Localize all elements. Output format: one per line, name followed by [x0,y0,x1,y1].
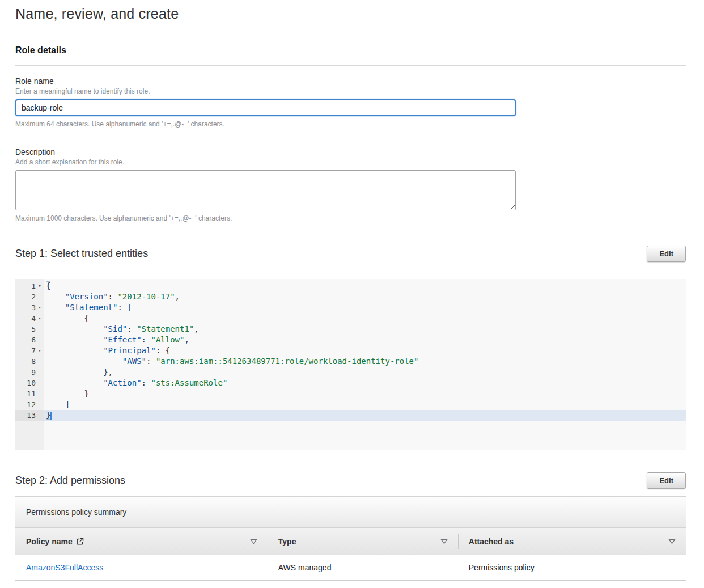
code-line[interactable]: { [44,313,686,324]
json-punctuation: } [46,389,89,398]
line-number: 2 [31,291,36,302]
fold-caret-icon[interactable]: ▾ [36,302,44,313]
gutter-line: 7▾ [15,345,44,356]
section-divider [15,65,686,66]
line-number: 4 [31,313,36,324]
fold-spacer [36,367,44,378]
permissions-panel-header: Permissions policy summary [15,497,686,528]
gutter-line: 6 [15,335,44,345]
gutter-line: 2 [15,291,44,302]
json-key: "Version" [65,292,108,301]
role-name-label: Role name [15,77,686,86]
json-string: "sts:AssumeRole" [151,378,227,387]
step2-heading: Step 2: Add permissions [15,475,125,487]
permissions-panel: Permissions policy summary Policy name [15,496,686,581]
fold-caret-icon[interactable]: ▾ [36,313,44,324]
json-string: "Statement1" [137,324,194,333]
fold-spacer [36,378,44,388]
step1-heading: Step 1: Select trusted entities [15,248,148,260]
table-row: AmazonS3FullAccess AWS managed Permissio… [15,555,686,581]
code-line[interactable]: "Principal": { [44,345,686,356]
json-punctuation [46,357,122,366]
code-line[interactable]: "Version": "2012-10-17", [44,291,686,302]
trust-policy-editor[interactable]: 1▾23▾4▾567▾8910111213 { "Version": "2012… [15,279,686,450]
json-key: "Statement" [65,303,118,312]
json-punctuation [46,292,65,301]
attached-as-cell: Permissions policy [458,555,686,580]
description-textarea[interactable] [15,170,516,210]
policy-name-link[interactable]: AmazonS3FullAccess [26,563,103,572]
line-number: 11 [27,388,36,399]
fold-spacer [36,399,44,410]
line-number: 1 [31,281,36,291]
gutter-line: 10 [15,378,44,388]
json-string: "arn:aws:iam::541263489771:role/workload… [156,357,419,366]
fold-caret-icon[interactable]: ▾ [36,281,44,291]
type-column-header[interactable]: Type [268,528,458,555]
code-line[interactable]: "Action": "sts:AssumeRole" [44,378,686,388]
step2-header-row: Step 2: Add permissions Edit [15,472,686,489]
attached-as-column-header[interactable]: Attached as [458,528,686,555]
gutter-line: 12 [15,399,44,410]
code-line[interactable]: } [44,410,686,421]
fold-spacer [36,410,44,421]
column-separator [268,534,268,549]
description-label: Description [15,147,686,156]
json-punctuation: ] [46,400,70,409]
type-column-label: Type [278,537,296,546]
description-field-group: Description Add a short explanation for … [15,147,686,222]
gutter-line: 8 [15,356,44,367]
gutter-line: 9 [15,367,44,378]
gutter-line: 3▾ [15,302,44,313]
external-link-icon [77,538,84,545]
role-name-hint: Maximum 64 characters. Use alphanumeric … [15,120,686,128]
line-number: 12 [27,399,36,410]
gutter-line: 1▾ [15,281,44,291]
filter-dropdown-icon[interactable] [440,536,448,547]
type-cell: AWS managed [268,555,458,580]
gutter-line: 11 [15,388,44,399]
editor-code-area[interactable]: { "Version": "2012-10-17", "Statement": … [44,279,686,450]
step1-edit-button[interactable]: Edit [647,246,686,262]
json-punctuation [46,378,103,387]
step2-edit-button[interactable]: Edit [647,472,686,489]
code-line[interactable]: }, [44,367,686,378]
json-punctuation: : [ [117,303,132,312]
line-number: 10 [27,378,36,388]
code-line[interactable]: "Effect": "Allow", [44,335,686,345]
json-punctuation: : [146,357,156,366]
gutter-line: 4▾ [15,313,44,324]
policy-table-header: Policy name Type [15,528,686,555]
json-punctuation: { [46,314,89,323]
json-punctuation: : [142,335,151,344]
code-line[interactable]: "AWS": "arn:aws:iam::541263489771:role/w… [44,356,686,367]
code-line[interactable]: "Sid": "Statement1", [44,324,686,335]
policy-name-column-header[interactable]: Policy name [15,528,268,555]
line-number: 9 [31,367,36,378]
gutter-line: 5 [15,324,44,335]
line-number: 5 [31,324,36,335]
json-punctuation [46,335,103,344]
code-line[interactable]: } [44,388,686,399]
role-name-field-group: Role name Enter a meaningful name to ide… [15,77,686,128]
code-line[interactable]: ] [44,399,686,410]
filter-dropdown-icon[interactable] [668,536,676,547]
role-name-input[interactable] [15,99,516,116]
permissions-panel-title: Permissions policy summary [26,507,126,517]
line-number: 13 [27,410,36,421]
json-key: "Action" [103,378,141,387]
json-key: "Effect" [103,335,141,344]
code-line[interactable]: { [44,281,686,291]
code-line[interactable]: "Statement": [ [44,302,686,313]
name-review-create-page: Name, review, and create Role details Ro… [0,0,704,581]
role-name-helper: Enter a meaningful name to identify this… [15,87,686,95]
filter-dropdown-icon[interactable] [250,536,257,547]
json-punctuation: , [184,335,189,344]
json-punctuation: } [46,411,50,420]
line-number: 7 [31,345,36,356]
editor-gutter: 1▾23▾4▾567▾8910111213 [15,279,44,450]
fold-spacer [36,291,44,302]
json-key: "Sid" [103,324,127,333]
fold-caret-icon[interactable]: ▾ [36,345,44,356]
json-punctuation: , [194,324,198,333]
